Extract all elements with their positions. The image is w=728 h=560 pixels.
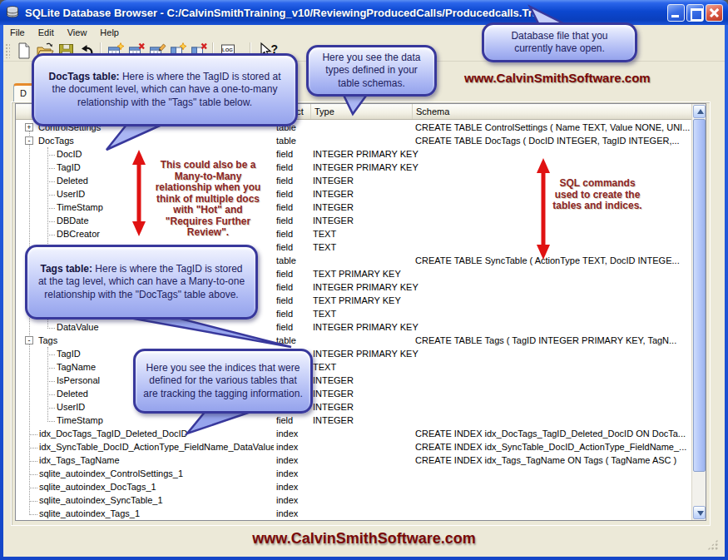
cell-type — [311, 493, 413, 507]
brand-url-top: www.CalvinSmithSoftware.com — [464, 71, 646, 85]
window-title: SQLite Database Browser - C:/CalvinSmith… — [25, 7, 667, 19]
table-row[interactable]: sqlite_autoindex_SyncTable_1index — [16, 493, 691, 507]
table-row[interactable]: sqlite_autoindex_DocTags_1index — [16, 480, 691, 493]
title-bar[interactable]: SQLite Database Browser - C:/CalvinSmith… — [0, 0, 728, 25]
cell-type: INTEGER PRIMARY KEY — [311, 347, 413, 360]
cell-schema — [413, 374, 691, 387]
cell-schema: CREATE TABLE ControlSettings ( Name TEXT… — [413, 121, 691, 134]
collapse-icon[interactable]: - — [25, 336, 33, 344]
cell-object: field — [274, 267, 311, 280]
cell-object: table — [274, 134, 311, 147]
menu-item-help[interactable]: Help — [93, 27, 126, 38]
cell-object: field — [274, 307, 311, 320]
cell-name: sqlite_autoindex_ControlSettings_1 — [16, 467, 274, 480]
table-row[interactable]: TagNamefieldTEXT — [16, 360, 691, 374]
cell-name: -DocTags — [16, 134, 274, 147]
row-name: TagName — [57, 362, 96, 372]
cell-type: INTEGER — [311, 414, 413, 427]
cell-schema — [413, 467, 691, 480]
close-button[interactable] — [706, 4, 723, 22]
cell-schema: CREATE TABLE SyncTable ( ActionType TEXT… — [413, 254, 691, 267]
cell-type — [311, 134, 413, 147]
scroll-down-button[interactable] — [693, 506, 706, 519]
row-name: Tags — [38, 335, 57, 345]
table-row[interactable]: sqlite_autoindex_Tags_1index — [16, 507, 691, 520]
expand-icon[interactable]: + — [25, 123, 33, 131]
table-row[interactable]: DataValuefieldINTEGER PRIMARY KEY — [16, 320, 691, 334]
minimize-button[interactable] — [667, 4, 685, 22]
table-row[interactable]: TagIDfieldINTEGER PRIMARY KEY — [16, 161, 691, 174]
table-row[interactable]: UserIDfieldINTEGER — [16, 400, 691, 414]
tree-connector-stub — [29, 434, 37, 435]
callout-doctags-table: DocTags table: Here is where the TagID i… — [32, 53, 298, 126]
scroll-up-button[interactable] — [693, 105, 706, 118]
table-row[interactable]: idx_SyncTable_DocID_ActionType_FieldName… — [16, 440, 691, 453]
new-database-button[interactable] — [13, 41, 34, 60]
tree-connector-stub — [47, 408, 55, 409]
row-name: IsPersonal — [57, 375, 100, 385]
cell-object: field — [274, 214, 311, 227]
tree-connector-stub — [29, 448, 37, 448]
cell-schema — [413, 347, 691, 360]
cell-object: index — [274, 453, 311, 467]
cell-object: field — [274, 320, 311, 334]
menu-item-edit[interactable]: Edit — [32, 27, 61, 38]
cell-type: INTEGER — [311, 387, 413, 400]
tree-connector-stub — [47, 208, 55, 209]
table-row[interactable]: TimeStampfieldINTEGER — [16, 414, 691, 427]
cell-schema — [413, 400, 691, 414]
cell-schema — [413, 493, 691, 507]
cell-object: field — [274, 201, 311, 214]
cell-type — [311, 334, 413, 347]
cell-schema — [413, 360, 691, 374]
row-name: TagID — [57, 349, 81, 359]
column-header-type[interactable]: Type — [311, 104, 413, 119]
table-row[interactable]: sqlite_autoindex_ControlSettings_1index — [16, 467, 691, 480]
row-name: DocTags — [38, 136, 74, 146]
cell-type: TEXT — [311, 360, 413, 374]
cell-type: INTEGER — [311, 187, 413, 201]
maximize-button[interactable] — [686, 4, 704, 22]
row-name: DBDate — [57, 216, 89, 225]
cell-type — [311, 121, 413, 134]
column-header-schema[interactable]: Schema — [413, 104, 706, 119]
cell-name: idx_DocTags_TagID_Deleted_DocID — [16, 427, 274, 440]
toolbar-grip[interactable] — [5, 43, 10, 58]
cell-object: field — [274, 187, 311, 201]
row-name: UserID — [57, 189, 85, 199]
callout-data-types: Here you see the data types defined in y… — [306, 45, 437, 97]
table-row[interactable]: DBCreatorfieldTEXT — [16, 227, 691, 240]
tree-connector-stub — [29, 461, 37, 462]
table-row[interactable]: DocIDfieldINTEGER PRIMARY KEY — [16, 147, 691, 161]
cell-schema — [413, 214, 691, 227]
menu-item-file[interactable]: File — [3, 27, 32, 38]
table-row[interactable]: DBDatefieldINTEGER — [16, 214, 691, 227]
table-row[interactable]: -DocTagstableCREATE TABLE DocTags ( DocI… — [16, 134, 691, 147]
table-row[interactable]: IsPersonalfieldINTEGER — [16, 374, 691, 387]
cell-object: index — [274, 493, 311, 507]
cell-schema — [413, 147, 691, 161]
callout-database-file: Database file that you currently have op… — [482, 22, 637, 62]
cell-object: index — [274, 467, 311, 480]
cell-type: INTEGER PRIMARY KEY — [311, 161, 413, 174]
table-row[interactable]: -TagstableCREATE TABLE Tags ( TagID INTE… — [16, 334, 691, 347]
tree-connector-stub — [47, 381, 55, 382]
row-name: TimeStamp — [57, 415, 103, 425]
table-row[interactable]: idx_DocTags_TagID_Deleted_DocIDindexCREA… — [16, 427, 691, 440]
cell-schema: CREATE TABLE DocTags ( DocID INTEGER, Ta… — [413, 134, 691, 147]
cell-type: INTEGER PRIMARY KEY — [311, 147, 413, 161]
scrollbar-thumb[interactable] — [693, 119, 706, 472]
collapse-icon[interactable]: - — [25, 136, 33, 145]
table-row[interactable]: idx_Tags_TagNameindexCREATE INDEX idx_Ta… — [16, 453, 691, 467]
cell-object: field — [274, 240, 311, 254]
cell-type: TEXT — [311, 240, 413, 254]
cell-schema: CREATE TABLE Tags ( TagID INTEGER PRIMAR… — [413, 334, 691, 347]
callout-text: Database file that you currently have op… — [492, 30, 627, 56]
table-row[interactable]: TagIDfieldINTEGER PRIMARY KEY — [16, 347, 691, 360]
tree-connector-stub — [47, 394, 55, 395]
cell-object: field — [274, 227, 311, 240]
table-row[interactable]: DeletedfieldINTEGER — [16, 387, 691, 400]
cell-type — [311, 427, 413, 440]
vertical-scrollbar[interactable] — [691, 104, 706, 520]
menu-item-view[interactable]: View — [61, 27, 94, 38]
